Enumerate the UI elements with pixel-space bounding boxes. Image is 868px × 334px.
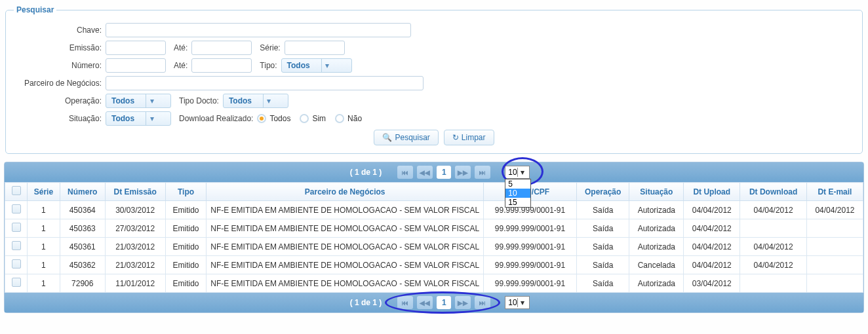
cell-cnpj: 99.999.999/0001-91 bbox=[484, 256, 577, 274]
prev-page-button[interactable]: ◀◀ bbox=[417, 296, 433, 309]
cell-dt-download bbox=[740, 274, 807, 293]
cell-situacao: Autorizada bbox=[629, 238, 684, 256]
next-page-button[interactable]: ▶▶ bbox=[455, 296, 471, 309]
chevron-down-icon[interactable]: ▾ bbox=[146, 94, 157, 107]
cell-parceiro: NF-E EMITIDA EM AMBIENTE DE HOMOLOGACAO … bbox=[207, 201, 484, 219]
last-page-button[interactable]: ⏭ bbox=[475, 166, 490, 179]
cell-cnpj: 99.999.999/0001-91 bbox=[484, 219, 577, 238]
row-checkbox[interactable] bbox=[12, 204, 21, 213]
first-page-button[interactable]: ⏮ bbox=[397, 296, 413, 309]
cell-dt-upload: 04/04/2012 bbox=[684, 238, 740, 256]
col-dt-email[interactable]: Dt E-mail bbox=[806, 183, 863, 201]
operacao-select[interactable]: Todos ▾ bbox=[106, 94, 171, 108]
col-dt-download[interactable]: Dt Download bbox=[740, 183, 807, 201]
col-dt-emissao[interactable]: Dt Emissão bbox=[105, 183, 165, 201]
label-numero: Número: bbox=[14, 61, 106, 70]
radio-nao[interactable]: Não bbox=[335, 114, 362, 123]
table-row[interactable]: 17290611/01/2012EmitidoNF-E EMITIDA EM A… bbox=[5, 274, 863, 293]
search-icon: 🔍 bbox=[382, 133, 392, 142]
cell-serie: 1 bbox=[28, 238, 60, 256]
cell-parceiro: NF-E EMITIDA EM AMBIENTE DE HOMOLOGACAO … bbox=[207, 219, 484, 238]
cell-serie: 1 bbox=[28, 256, 60, 274]
tipo-docto-select[interactable]: Todos ▾ bbox=[223, 94, 288, 108]
col-situacao[interactable]: Situação bbox=[629, 183, 684, 201]
cell-cnpj: 99.999.999/0001-91 bbox=[484, 238, 577, 256]
radio-sim[interactable]: Sim bbox=[300, 114, 326, 123]
cell-dt-email: 04/04/2012 bbox=[806, 201, 863, 219]
results-table: Série Número Dt Emissão Tipo Parceiro de… bbox=[5, 182, 863, 293]
row-checkbox[interactable] bbox=[12, 241, 21, 250]
cell-dt-upload: 03/04/2012 bbox=[684, 274, 740, 293]
row-checkbox[interactable] bbox=[12, 278, 21, 287]
cell-dt-download bbox=[740, 219, 807, 238]
limpar-button[interactable]: ↻Limpar bbox=[444, 130, 494, 145]
emissao-ate-input[interactable] bbox=[191, 41, 252, 55]
first-page-button[interactable]: ⏮ bbox=[397, 166, 413, 179]
rpp-option[interactable]: 10 bbox=[505, 189, 530, 198]
row-checkbox[interactable] bbox=[12, 259, 21, 269]
select-all-checkbox[interactable] bbox=[12, 186, 21, 195]
rpp-option[interactable]: 5 bbox=[505, 179, 530, 189]
label-situacao: Situação: bbox=[14, 114, 106, 123]
chevron-down-icon[interactable]: ▾ bbox=[146, 112, 157, 125]
col-tipo[interactable]: Tipo bbox=[165, 183, 206, 201]
cell-dt-emissao: 27/03/2012 bbox=[105, 219, 165, 238]
table-row[interactable]: 145036221/03/2012EmitidoNF-E EMITIDA EM … bbox=[5, 256, 863, 274]
cell-parceiro: NF-E EMITIDA EM AMBIENTE DE HOMOLOGACAO … bbox=[207, 238, 484, 256]
rpp-options-list: 5 10 15 bbox=[505, 179, 531, 208]
radio-todos[interactable]: Todos bbox=[257, 114, 290, 123]
header-row: Série Número Dt Emissão Tipo Parceiro de… bbox=[5, 183, 863, 201]
prev-page-button[interactable]: ◀◀ bbox=[417, 166, 433, 179]
serie-input[interactable] bbox=[285, 41, 345, 55]
search-fieldset: Pesquisar Chave: Emissão: Até: Série: Nú… bbox=[5, 5, 863, 154]
cell-parceiro: NF-E EMITIDA EM AMBIENTE DE HOMOLOGACAO … bbox=[207, 256, 484, 274]
situacao-value: Todos bbox=[106, 114, 146, 123]
chevron-down-icon[interactable]: ▾ bbox=[517, 298, 527, 307]
results-grid: ( 1 de 1 ) ⏮ ◀◀ 1 ▶▶ ⏭ 10 ▾ 5 10 15 Séri… bbox=[4, 162, 864, 313]
parceiro-input[interactable] bbox=[106, 76, 424, 90]
chave-input[interactable] bbox=[106, 23, 411, 37]
numero-ate-input[interactable] bbox=[191, 58, 252, 73]
cell-operacao: Saída bbox=[576, 274, 629, 293]
col-dt-upload[interactable]: Dt Upload bbox=[684, 183, 740, 201]
table-row[interactable]: 145036430/03/2012EmitidoNF-E EMITIDA EM … bbox=[5, 201, 863, 219]
cell-numero: 450364 bbox=[60, 201, 105, 219]
cell-dt-download: 04/04/2012 bbox=[740, 256, 807, 274]
chevron-down-icon[interactable]: ▾ bbox=[263, 94, 275, 107]
rows-per-page-select-top[interactable]: 10 ▾ 5 10 15 bbox=[505, 166, 530, 179]
cell-numero: 450363 bbox=[60, 219, 105, 238]
cell-operacao: Saída bbox=[576, 201, 629, 219]
chevron-down-icon[interactable]: ▾ bbox=[321, 59, 333, 72]
label-parceiro: Parceiro de Negócios: bbox=[14, 79, 106, 88]
next-page-button[interactable]: ▶▶ bbox=[455, 166, 471, 179]
col-numero[interactable]: Número bbox=[60, 183, 105, 201]
label-serie: Série: bbox=[252, 43, 284, 52]
pager-top: ( 1 de 1 ) ⏮ ◀◀ 1 ▶▶ ⏭ 10 ▾ 5 10 15 bbox=[5, 162, 863, 182]
operacao-select-value: Todos bbox=[106, 96, 146, 105]
cell-numero: 450362 bbox=[60, 256, 105, 274]
col-serie[interactable]: Série bbox=[28, 183, 60, 201]
rpp-option[interactable]: 15 bbox=[505, 198, 530, 207]
tipo-select[interactable]: Todos ▾ bbox=[281, 58, 352, 73]
radio-icon bbox=[300, 114, 309, 123]
search-legend: Pesquisar bbox=[14, 5, 56, 14]
chevron-down-icon[interactable]: ▾ bbox=[517, 168, 527, 177]
rows-per-page-select-bottom[interactable]: 10 ▾ bbox=[505, 296, 530, 309]
table-row[interactable]: 145036327/03/2012EmitidoNF-E EMITIDA EM … bbox=[5, 219, 863, 238]
situacao-select[interactable]: Todos ▾ bbox=[106, 111, 171, 126]
table-row[interactable]: 145036121/03/2012EmitidoNF-E EMITIDA EM … bbox=[5, 238, 863, 256]
current-page: 1 bbox=[437, 166, 451, 179]
radio-icon bbox=[335, 114, 344, 123]
numero-de-input[interactable] bbox=[106, 58, 166, 73]
cell-dt-upload: 04/04/2012 bbox=[684, 256, 740, 274]
pesquisar-button[interactable]: 🔍Pesquisar bbox=[374, 130, 438, 145]
row-checkbox[interactable] bbox=[12, 223, 21, 232]
emissao-de-input[interactable] bbox=[106, 41, 166, 55]
cell-cnpj: 99.999.999/0001-91 bbox=[484, 274, 577, 293]
last-page-button[interactable]: ⏭ bbox=[475, 296, 490, 309]
pager-text: ( 1 de 1 ) bbox=[338, 298, 394, 307]
col-parceiro[interactable]: Parceiro de Negócios bbox=[207, 183, 484, 201]
cell-operacao: Saída bbox=[576, 238, 629, 256]
col-operacao[interactable]: Operação bbox=[576, 183, 629, 201]
cell-dt-download: 04/04/2012 bbox=[740, 238, 807, 256]
